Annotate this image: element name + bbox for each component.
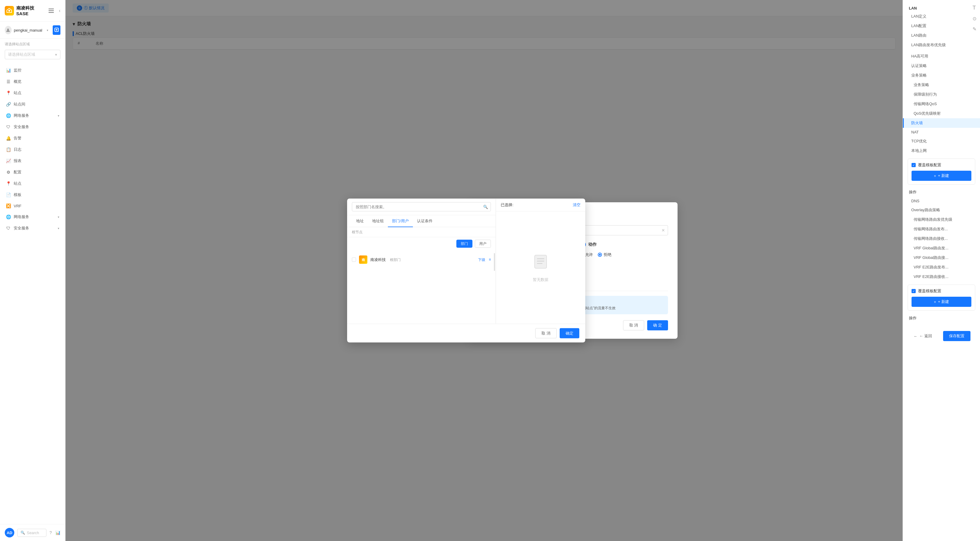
sidebar-item-alerts[interactable]: 🔔 告警 xyxy=(0,132,65,144)
save-button[interactable]: 保存配置 xyxy=(943,331,970,341)
new-label-1: + 新建 xyxy=(938,173,949,179)
dept-search-area: 🔍 xyxy=(347,199,496,215)
sidebar-item-security[interactable]: 🛡 安全服务 xyxy=(0,121,65,132)
monitor-icon: 📊 xyxy=(6,68,11,73)
network2-icon: 🌐 xyxy=(6,214,11,219)
user-action-button[interactable] xyxy=(53,26,60,35)
right-item-lan-route[interactable]: LAN路由 xyxy=(903,31,980,40)
dept-tab-dept-user[interactable]: 部门/用户 xyxy=(388,215,413,227)
dept-left-panel: 🔍 地址 地址组 部门/用户 认证条件 根节点 部门 用户 南 南凌科技 根部门 xyxy=(347,199,496,324)
sidebar-item-sitelinks[interactable]: 🔗 站点间 xyxy=(0,99,65,110)
input-clear-icon[interactable]: ✕ xyxy=(662,228,665,233)
cover-checkbox-2[interactable]: ✓ xyxy=(912,289,916,293)
dept-search-input[interactable] xyxy=(352,202,491,212)
rule-confirm-button[interactable]: 确 定 xyxy=(647,320,668,330)
dept-tab-address-group[interactable]: 地址组 xyxy=(368,215,388,227)
site-selector-label: 请选择站点区域 xyxy=(0,39,65,48)
right-item-lan-config[interactable]: LAN配置 xyxy=(903,21,980,31)
cover-checkbox-row-2: ✓ 覆盖模板配置 xyxy=(912,288,971,294)
deny-radio[interactable] xyxy=(598,253,602,257)
sidebar-item-templates[interactable]: 📄 模板 xyxy=(0,189,65,201)
dept-cancel-button[interactable]: 取 消 xyxy=(535,328,557,338)
dept-type-dept[interactable]: 部门 xyxy=(457,240,473,248)
new-button-2[interactable]: + + 新建 xyxy=(912,297,971,307)
nav-label-sites2: 站点 xyxy=(14,181,21,186)
dept-menu-link[interactable]: ≡ xyxy=(489,257,491,262)
sidebar-item-monitor[interactable]: 📊 监控 xyxy=(0,65,65,76)
bottom-actions: ← ← 返回 保存配置 xyxy=(903,325,980,347)
sidebar-item-sites2[interactable]: 📍 站点 xyxy=(0,178,65,189)
right-item-overlay[interactable]: Overlay路由策略 xyxy=(903,205,980,215)
help-icon[interactable]: ? xyxy=(49,530,52,535)
user-dropdown-button[interactable]: ▾ xyxy=(45,27,50,34)
menu-toggle-button[interactable] xyxy=(47,6,56,15)
dept-tabs: 地址 地址组 部门/用户 认证条件 xyxy=(347,215,496,227)
right-item-ov3[interactable]: 传输网络路由接收... xyxy=(905,234,980,243)
target-icon[interactable]: ⊙ xyxy=(972,16,977,21)
right-item-nat[interactable]: NAT xyxy=(903,128,980,136)
right-item-dns[interactable]: DNS xyxy=(903,196,980,205)
dept-clear-button[interactable]: 清空 xyxy=(573,202,581,207)
back-button[interactable]: ← ← 返回 xyxy=(908,331,938,341)
rule-cancel-button[interactable]: 取 消 xyxy=(623,320,644,330)
right-item-tcp[interactable]: TCP优化 xyxy=(903,136,980,146)
dept-row-nanling[interactable]: 南 南凌科技 根部门 下级 ≡ xyxy=(347,253,496,267)
search-icon: 🔍 xyxy=(21,531,25,535)
sidebar-item-vrf[interactable]: 🔀 VRF xyxy=(0,201,65,211)
right-item-lan-prio[interactable]: LAN路由发布优先级 xyxy=(903,40,980,50)
cover-label-1: 覆盖模板配置 xyxy=(918,162,941,168)
right-item-ov7[interactable]: VRF E2E路由接收... xyxy=(905,272,980,281)
sidebar-item-security2[interactable]: 🛡 安全服务 ▾ xyxy=(0,223,65,234)
sidebar-item-reports[interactable]: 📈 报表 xyxy=(0,155,65,166)
edit-icon[interactable]: ✎ xyxy=(972,26,977,32)
user-name-label: pengkai_manual xyxy=(14,28,42,32)
right-item-lan-def[interactable]: LAN定义 xyxy=(903,12,980,21)
right-item-ov5[interactable]: VRF Global路由接... xyxy=(905,253,980,262)
sidebar-item-overview[interactable]: ☰ 概览 xyxy=(0,76,65,87)
dept-empty-text: 暂无数据 xyxy=(533,277,548,282)
op-label-2: 操作 xyxy=(903,314,980,322)
dept-scrollbar[interactable] xyxy=(494,253,495,271)
nav-label-network2: 网络服务 xyxy=(14,214,29,220)
cover-checkbox-1[interactable]: ✓ xyxy=(912,163,916,167)
dept-type-user[interactable]: 用户 xyxy=(475,240,491,248)
cover-box-2: ✓ 覆盖模板配置 + + 新建 xyxy=(908,284,975,311)
site-select-dropdown[interactable]: 请选择站点区域 ▾ xyxy=(5,50,60,59)
sidebar-item-sites[interactable]: 📍 站点 xyxy=(0,87,65,99)
right-item-ov4[interactable]: VRF Global路由发... xyxy=(905,243,980,253)
dept-selected-title: 已选择: xyxy=(501,202,514,207)
right-item-ov1[interactable]: 传输网络路由发优先级 xyxy=(905,215,980,224)
right-item-biz-sub3[interactable]: 传输网络QoS xyxy=(905,99,980,109)
chart-icon[interactable]: 📊 xyxy=(56,530,60,535)
sidebar-item-network-services[interactable]: 🌐 网络服务 ▾ xyxy=(0,110,65,121)
right-item-ha[interactable]: HA高可用 xyxy=(903,51,980,61)
right-item-biz-sub1[interactable]: 业务策略 xyxy=(905,80,980,90)
dept-right-panel: 已选择: 清空 暂无数据 xyxy=(496,199,585,324)
expand-icon: ▾ xyxy=(58,114,59,117)
dept-confirm-button[interactable]: 确定 xyxy=(560,328,579,338)
dept-expand-link[interactable]: 下级 xyxy=(478,257,485,262)
sidebar-item-network2[interactable]: 🌐 网络服务 ▾ xyxy=(0,211,65,223)
nav-label-vrf: VRF xyxy=(14,204,21,208)
right-item-auth[interactable]: 认证策略 xyxy=(903,61,980,70)
sidebar-item-config[interactable]: ⚙ 配置 xyxy=(0,166,65,178)
text-icon[interactable]: T xyxy=(972,5,977,11)
right-item-localnet[interactable]: 本地上网 xyxy=(903,146,980,155)
right-item-biz-sub2[interactable]: 保障级别行为 xyxy=(905,90,980,99)
network-icon: 🌐 xyxy=(6,113,11,118)
config-icon: ⚙ xyxy=(6,170,11,175)
sidebar-item-logs[interactable]: 📋 日志 xyxy=(0,144,65,155)
dept-tab-address[interactable]: 地址 xyxy=(352,215,368,227)
nav-label-network: 网络服务 xyxy=(14,113,29,118)
sidebar-collapse-icon[interactable]: ‹ xyxy=(59,8,60,13)
new-button-1[interactable]: + + 新建 xyxy=(912,171,971,181)
right-item-firewall[interactable]: 防火墙 xyxy=(903,118,980,128)
security2-icon: 🛡 xyxy=(6,226,11,231)
right-item-biz-strategy[interactable]: 业务策略 xyxy=(903,70,980,80)
right-item-ov6[interactable]: VRF E2E路由发布... xyxy=(905,262,980,272)
dept-tab-auth[interactable]: 认证条件 xyxy=(413,215,437,227)
right-item-biz-sub4[interactable]: QoS优先级映射 xyxy=(905,109,980,118)
dept-checkbox-nanling[interactable] xyxy=(352,258,356,262)
search-bar[interactable]: 🔍 Search xyxy=(17,529,46,537)
right-item-ov2[interactable]: 传输网络路由发布... xyxy=(905,224,980,234)
